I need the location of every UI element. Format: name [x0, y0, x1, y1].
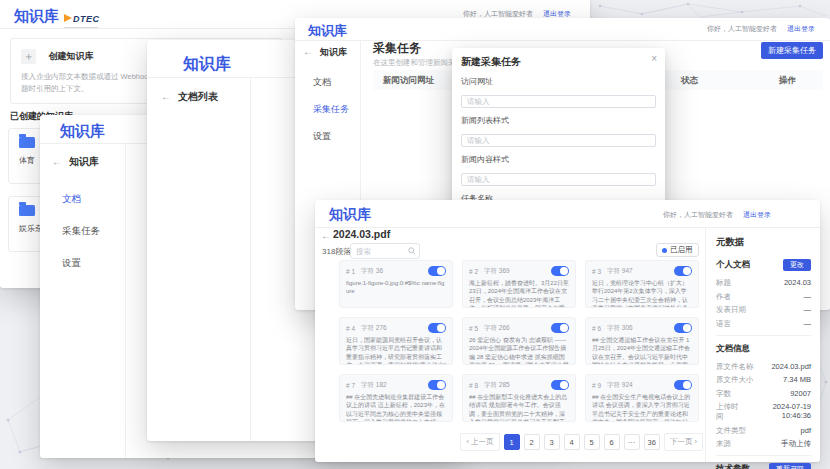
back-button[interactable]: ←文档列表: [161, 90, 218, 104]
search-icon: [408, 247, 416, 255]
chunk-index: # 9: [592, 382, 601, 389]
app-root: { "icons": { "back_arrow": "←", "close":…: [0, 0, 830, 469]
plus-icon: ＋: [21, 49, 36, 64]
next-page-button[interactable]: 下一页 ›: [664, 433, 703, 451]
chunk-enabled-toggle[interactable]: [428, 380, 446, 390]
info-value: 2024.03.pdf: [771, 362, 811, 372]
sidebar-menu-item[interactable]: 设置: [313, 130, 349, 143]
sidebar-menu: 文档 采集任务 设置: [62, 193, 100, 289]
info-row: 原文件名称 2024.03.pdf: [716, 362, 811, 372]
page-button[interactable]: 6: [604, 434, 620, 450]
toggle-knob: [437, 324, 445, 332]
chunk-enabled-toggle[interactable]: [551, 266, 569, 276]
chunk-enabled-toggle[interactable]: [674, 266, 692, 276]
chunk-text: ## 在全国安全生产电视电话会议上的讲话 会议强调，要深入学习贯彻习近平总书记关…: [592, 393, 692, 422]
back-button[interactable]: ←知识库: [52, 155, 99, 169]
sidebar-menu-item[interactable]: 文档: [62, 193, 100, 206]
sidebar-menu-item[interactable]: 设置: [62, 257, 100, 270]
info-value: 手动上传: [781, 439, 811, 449]
chunk-card[interactable]: # 5 字符 266 26 坚定信心 奋发有为 忠诚履职 ——2024年全国能源…: [462, 317, 576, 365]
chunk-card-header: # 3 字符 947: [592, 266, 692, 276]
status-filter-button[interactable]: 已启用: [656, 243, 699, 257]
prev-page-button[interactable]: ‹ 上一页: [460, 433, 499, 451]
chunk-card[interactable]: # 3 字符 947 近日，党组理论学习中心组（扩大）举行2024年第2次集体学…: [585, 260, 699, 308]
info-key: 原文件大小: [716, 375, 754, 385]
chunk-card[interactable]: # 1 字符 36 figure:1-figure-0.jpg:0:#$%c n…: [339, 260, 453, 308]
chunk-enabled-toggle[interactable]: [428, 323, 446, 333]
new-task-button[interactable]: 新建采集任务: [761, 42, 823, 59]
back-arrow-icon: ←: [52, 156, 62, 167]
sidebar-menu-item[interactable]: 文档: [313, 76, 349, 89]
chunk-index: # 1: [346, 268, 355, 275]
chunk-card[interactable]: # 2 字符 369 海上新征程，踏春奋进时。3月22日至23日，2024年全国…: [462, 260, 576, 308]
col-actions: 操作: [779, 75, 796, 87]
sidebar-menu-item[interactable]: 采集任务: [62, 225, 100, 238]
info-value: 92007: [790, 389, 811, 399]
info-rows: 原文件名称 2024.03.pdf 原文件大小 7.34 MB 字数 92007…: [716, 362, 811, 450]
chunk-index: # 7: [346, 382, 355, 389]
chunk-enabled-toggle[interactable]: [551, 380, 569, 390]
folder-icon: [19, 137, 35, 148]
field-input[interactable]: [461, 134, 656, 147]
header-user-area: 你好，人工智能爱好者 退出登录: [707, 24, 815, 34]
info-row: 原文件大小 7.34 MB: [716, 375, 811, 385]
page-button[interactable]: 2: [524, 434, 540, 450]
page-button[interactable]: 1: [504, 434, 520, 450]
meta-value: 2024.03: [784, 278, 811, 288]
chunk-text: 近日，国家能源局党组召开会议，认真学习贯彻习近平总书记重要讲话和重要指示精神，研…: [346, 336, 446, 365]
info-key: 原文件名称: [716, 362, 754, 372]
info-row: 字数 92007: [716, 389, 811, 399]
app-logo: 知识库: [60, 122, 105, 141]
sidebar-section-divider: [716, 455, 811, 456]
field-input[interactable]: [461, 95, 656, 108]
back-button[interactable]: ←知识库: [303, 46, 347, 59]
edit-metadata-button[interactable]: 更改: [783, 259, 811, 271]
info-row: 来源 手动上传: [716, 439, 811, 449]
chunk-index: # 5: [469, 325, 478, 332]
chunk-card[interactable]: # 4 字符 276 近日，国家能源局党组召开会议，认真学习贯彻习近平总书记重要…: [339, 317, 453, 365]
status-filter-label: 已启用: [670, 245, 693, 255]
page-button[interactable]: 4: [564, 434, 580, 450]
search-input-wrap: [350, 243, 420, 259]
meta-value: —: [804, 319, 812, 329]
chunk-text: 26 坚定信心 奋发有为 忠诚履职 ——2024年全国能源工作会议工作报告摘编 …: [469, 336, 569, 365]
sidebar-section-divider: [716, 335, 811, 336]
app-logo: 知识库: [183, 54, 231, 75]
chunk-enabled-toggle[interactable]: [551, 323, 569, 333]
chunk-char-count: 字符 306: [607, 324, 633, 333]
back-arrow-icon[interactable]: ←: [321, 230, 331, 241]
chunk-text: figure:1-figure-0.jpg:0:#$%c name:figure: [346, 279, 446, 296]
chunk-enabled-toggle[interactable]: [674, 380, 692, 390]
page-button[interactable]: 3: [544, 434, 560, 450]
page-button[interactable]: 5: [584, 434, 600, 450]
sidebar-menu-item[interactable]: 采集任务: [313, 103, 349, 116]
chunk-char-count: 字符 369: [484, 267, 510, 276]
field-label: 访问网址: [461, 76, 656, 87]
logout-link[interactable]: 退出登录: [787, 24, 815, 34]
metadata-sidebar: 元数据 个人文档 更改 标题 2024.03 作者 — 发表日期 —: [705, 227, 820, 462]
chunk-card[interactable]: # 6 字符 306 ## 全国交通运输工作会议在京召开 1月25日，2024年…: [585, 317, 699, 365]
chunk-card[interactable]: # 8 字符 285 ## 在全国新型工业化推进大会上的总结讲话 规划部署今年工…: [462, 374, 576, 422]
toggle-knob: [683, 267, 691, 275]
app-logo: 知识库: [14, 7, 59, 26]
page-button[interactable]: 36: [644, 434, 660, 450]
meta-key: 标题: [716, 278, 731, 288]
info-key: 字数: [716, 389, 731, 399]
chunk-grid: # 1 字符 36 figure:1-figure-0.jpg:0:#$%c n…: [339, 260, 699, 422]
info-value: pdf: [801, 426, 811, 436]
page-button[interactable]: ···: [624, 434, 640, 450]
chunk-card[interactable]: # 7 字符 182 ## 在全国先进制造业集群建设工作会议上的讲话 迈上新征程…: [339, 374, 453, 422]
logout-link[interactable]: 退出登录: [743, 210, 771, 220]
chunk-enabled-toggle[interactable]: [428, 266, 446, 276]
chunk-card-header: # 7 字符 182: [346, 380, 446, 390]
app-logo: 知识库: [308, 22, 347, 40]
chunk-card-header: # 9 字符 924: [592, 380, 692, 390]
chunk-card[interactable]: # 9 字符 924 ## 在全国安全生产电视电话会议上的讲话 会议强调，要深入…: [585, 374, 699, 422]
re-embed-button[interactable]: 重新召回: [769, 463, 811, 469]
page-buttons: 1 2 3 4 5 6 ··· 36: [504, 434, 660, 450]
chunk-enabled-toggle[interactable]: [674, 323, 692, 333]
field-input[interactable]: [461, 173, 656, 186]
tech-heading: 技术参数: [716, 463, 750, 469]
close-icon[interactable]: ×: [651, 53, 657, 64]
toggle-knob: [683, 381, 691, 389]
